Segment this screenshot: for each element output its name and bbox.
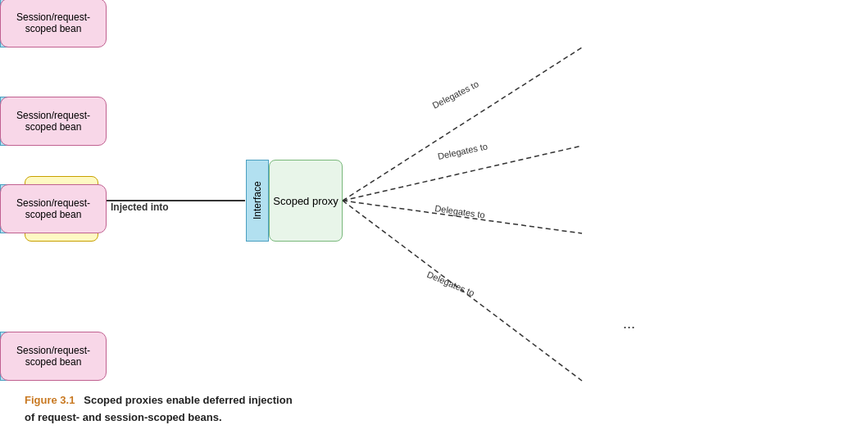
figure-number: Figure 3.1: [25, 394, 75, 406]
delegates-label-4: Delegates to: [425, 269, 476, 298]
scoped-proxy-label: Scoped proxy: [273, 195, 339, 207]
caption-text-1: Scoped proxies enable deferred injection: [78, 394, 293, 406]
caption-text-2: of request- and session-scoped beans.: [25, 411, 222, 423]
delegates-line-2: [343, 146, 582, 201]
diagram-svg: Delegates to Delegates to Delegates to D…: [0, 0, 868, 443]
main-interface-box: Interface: [246, 160, 269, 242]
delegates-line-4: [343, 201, 582, 381]
session-bean-4: Session/request-scoped bean: [0, 332, 107, 381]
session-bean-label-1: Session/request-scoped bean: [16, 11, 90, 34]
scoped-proxy-box: Scoped proxy: [269, 160, 343, 242]
session-bean-2: Session/request-scoped bean: [0, 97, 107, 146]
delegates-line-1: [343, 47, 582, 201]
figure-caption: Figure 3.1 Scoped proxies enable deferre…: [25, 392, 293, 427]
ellipsis-text: ...: [623, 315, 635, 332]
diagram-container: Delegates to Delegates to Delegates to D…: [0, 0, 868, 443]
session-bean-1: Session/request-scoped bean: [0, 0, 107, 47]
delegates-label-3: Delegates to: [434, 203, 486, 219]
main-interface-label: Interface: [252, 182, 263, 220]
session-bean-label-3: Session/request-scoped bean: [16, 197, 90, 220]
session-bean-3: Session/request-scoped bean: [0, 184, 107, 233]
delegates-label-1: Delegates to: [430, 79, 479, 111]
session-bean-label-4: Session/request-scoped bean: [16, 345, 90, 368]
session-bean-label-2: Session/request-scoped bean: [16, 110, 90, 133]
injected-into-label: Injected into: [111, 201, 169, 213]
delegates-label-2: Delegates to: [437, 141, 489, 161]
delegates-line-3: [343, 201, 582, 233]
